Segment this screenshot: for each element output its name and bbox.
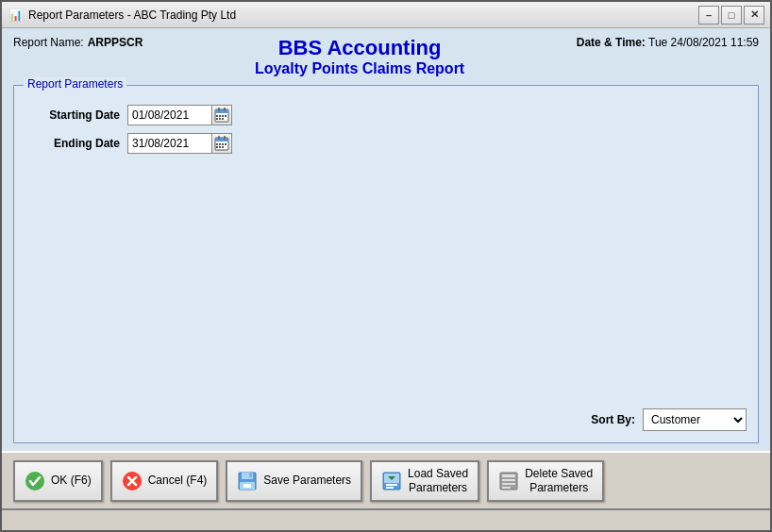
datetime-value: Tue 24/08/2021 11:59 <box>648 36 759 49</box>
svg-rect-15 <box>216 143 218 145</box>
ok-icon <box>25 471 45 491</box>
app-title-sub: Loyalty Points Claims Report <box>143 60 576 77</box>
app-title-section: BBS Accounting Loyalty Points Claims Rep… <box>143 36 576 77</box>
window-controls: – □ ✕ <box>698 6 764 25</box>
ok-button-label: OK (F6) <box>51 474 92 487</box>
delete-parameters-button[interactable]: Delete SavedParameters <box>487 460 604 502</box>
svg-rect-4 <box>216 115 218 117</box>
svg-rect-6 <box>222 115 224 117</box>
svg-rect-35 <box>386 487 394 489</box>
svg-rect-13 <box>218 136 220 140</box>
svg-rect-1 <box>215 109 228 113</box>
svg-rect-18 <box>225 143 227 145</box>
window-title: Report Parameters - ABC Trading Pty Ltd <box>28 8 698 22</box>
ending-date-input[interactable] <box>127 133 212 154</box>
datetime-section: Date & Time: Tue 24/08/2021 11:59 <box>577 36 759 49</box>
svg-rect-5 <box>219 115 221 117</box>
svg-rect-30 <box>243 484 251 488</box>
ending-date-picker-button[interactable] <box>211 133 232 154</box>
minimize-button[interactable]: – <box>698 6 719 25</box>
report-parameters-group: Report Parameters Starting Date <box>13 85 759 443</box>
header-area: Report Name: ARPPSCR BBS Accounting Loya… <box>2 28 770 81</box>
svg-rect-40 <box>502 487 511 489</box>
load-params-button-label: Load SavedParameters <box>408 467 468 494</box>
sort-by-label: Sort By: <box>591 413 635 426</box>
svg-rect-12 <box>215 138 228 141</box>
window-icon: 📊 <box>8 8 23 23</box>
app-title-main: BBS Accounting <box>143 36 576 60</box>
close-button[interactable]: ✕ <box>744 6 764 25</box>
calendar-icon <box>214 108 229 123</box>
svg-rect-2 <box>218 108 220 111</box>
cancel-button-label: Cancel (F4) <box>148 474 208 487</box>
calendar-icon <box>214 136 229 151</box>
starting-date-field <box>127 105 232 125</box>
svg-rect-28 <box>249 473 252 477</box>
svg-rect-8 <box>216 118 218 120</box>
delete-params-button-label: Delete SavedParameters <box>525 467 593 494</box>
svg-rect-38 <box>502 479 515 481</box>
sort-section: Sort By: CustomerDateNameAmount <box>25 401 747 431</box>
svg-rect-10 <box>222 118 224 120</box>
delete-params-icon <box>498 471 519 491</box>
svg-rect-14 <box>224 136 226 140</box>
svg-rect-37 <box>502 474 515 477</box>
ending-date-label: Ending Date <box>25 137 120 150</box>
button-bar: OK (F6) Cancel (F4) <box>2 451 770 509</box>
report-name-label: Report Name: <box>13 36 84 49</box>
starting-date-input[interactable] <box>127 105 212 125</box>
starting-date-label: Starting Date <box>25 108 120 122</box>
svg-rect-7 <box>225 115 227 117</box>
main-window: 📊 Report Parameters - ABC Trading Pty Lt… <box>0 0 772 532</box>
load-parameters-button[interactable]: Load SavedParameters <box>370 460 479 502</box>
cancel-button[interactable]: Cancel (F4) <box>110 460 219 502</box>
starting-date-picker-button[interactable] <box>211 105 232 125</box>
svg-rect-20 <box>219 146 221 148</box>
svg-rect-3 <box>224 108 226 111</box>
save-params-icon <box>237 471 258 491</box>
ending-date-row: Ending Date <box>25 133 747 154</box>
report-name-value: ARPPSCR <box>88 36 143 49</box>
svg-rect-9 <box>219 118 221 120</box>
save-params-button-label: Save Parameters <box>263 474 351 487</box>
load-params-icon <box>381 471 402 491</box>
form-section: Starting Date <box>25 105 747 154</box>
title-bar: 📊 Report Parameters - ABC Trading Pty Lt… <box>2 2 770 28</box>
svg-rect-34 <box>386 484 397 486</box>
svg-rect-17 <box>222 143 224 145</box>
status-bar <box>2 509 770 530</box>
sort-by-select[interactable]: CustomerDateNameAmount <box>643 408 747 431</box>
save-parameters-button[interactable]: Save Parameters <box>226 460 362 502</box>
main-content: Report Parameters Starting Date <box>2 81 770 451</box>
svg-rect-16 <box>219 143 221 145</box>
ok-button[interactable]: OK (F6) <box>13 460 103 502</box>
svg-rect-21 <box>222 146 224 148</box>
cancel-icon <box>122 471 143 491</box>
starting-date-row: Starting Date <box>25 105 747 125</box>
svg-rect-39 <box>502 483 515 485</box>
ending-date-field <box>127 133 232 154</box>
report-name-section: Report Name: ARPPSCR <box>13 36 143 49</box>
svg-rect-19 <box>216 146 218 148</box>
group-box-legend: Report Parameters <box>24 77 126 91</box>
datetime-label: Date & Time: <box>577 36 646 49</box>
maximize-button[interactable]: □ <box>721 6 742 25</box>
